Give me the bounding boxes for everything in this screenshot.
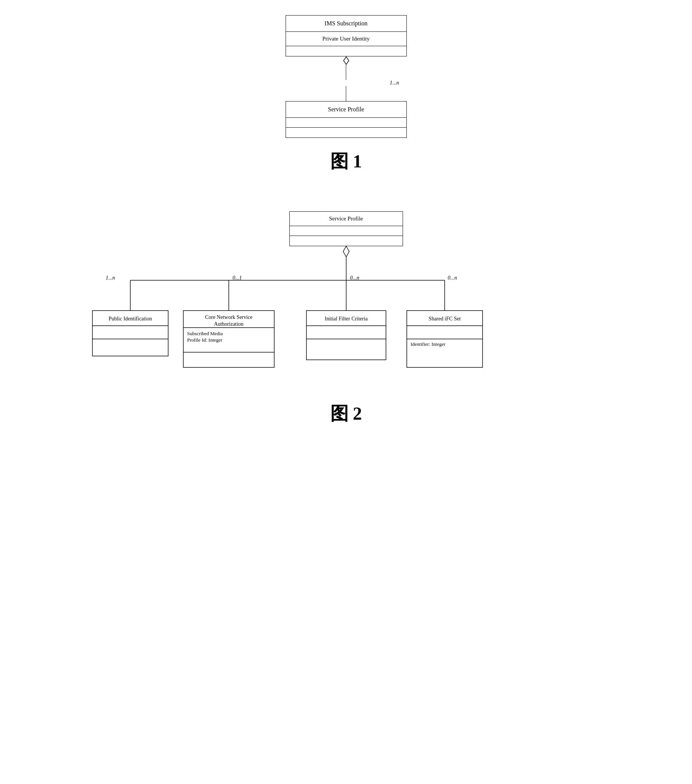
fig1-connector: 1...n: [286, 56, 407, 101]
figure1: IMS Subscription Private User Identity 1…: [0, 0, 692, 200]
fig1-multiplicity-label: 1...n: [390, 80, 399, 86]
fig2-shared-mult: 0...n: [448, 275, 457, 281]
fig2-core-title1: Core Network Service: [205, 315, 252, 320]
fig1-multiplicity-area: 1...n: [286, 80, 407, 86]
fig2-core-attr1: Subscribed Media: [187, 331, 223, 336]
fig2-service-empty2: [290, 236, 403, 246]
fig1-vertical-line-bottom: [346, 86, 346, 101]
fig2-shared-attr: Identifier: Integer: [410, 341, 446, 347]
svg-marker-0: [344, 57, 349, 64]
diagram-container: IMS Subscription Private User Identity 1…: [0, 0, 692, 445]
fig2-initial-title: Initial Filter Criteria: [325, 316, 368, 321]
ims-subscription-title: IMS Subscription: [286, 15, 406, 32]
fig2-diamond: [343, 246, 349, 257]
fig1-diamond: [343, 56, 349, 65]
fig2-service-profile-title: Service Profile: [290, 212, 403, 226]
fig2-initial-mult: 0...n: [350, 275, 359, 281]
fig2-service-profile-box: Service Profile: [289, 211, 403, 246]
fig1-service-empty1: [286, 118, 406, 128]
fig2-connections: 1...n 0...1 0...n 0...n Public Identific…: [81, 246, 611, 405]
fig2-service-empty1: [290, 226, 403, 236]
fig2-core-attr2: Profile Id: Integer: [187, 337, 223, 343]
fig2-core-title2: Authorization: [214, 321, 244, 327]
fig1-service-profile-title: Service Profile: [286, 102, 406, 118]
fig1-vertical-line-top: [346, 65, 346, 80]
fig2-shared-title: Shared iFC Set: [428, 316, 461, 321]
figure2: Service Profile: [0, 200, 692, 445]
figure1-label: 图 1: [330, 149, 362, 173]
ims-empty-section: [286, 46, 406, 56]
fig2-core-mult: 0...1: [232, 275, 242, 281]
fig2-svg: 1...n 0...1 0...n 0...n Public Identific…: [81, 246, 611, 405]
private-user-identity-row: Private User Identity: [286, 32, 406, 46]
fig2-public-mult: 1...n: [105, 275, 115, 281]
ims-subscription-box: IMS Subscription Private User Identity: [286, 15, 407, 56]
fig1-service-profile-box: Service Profile: [286, 101, 407, 138]
fig1-service-empty2: [286, 128, 406, 137]
fig2-public-title: Public Identification: [108, 316, 152, 321]
